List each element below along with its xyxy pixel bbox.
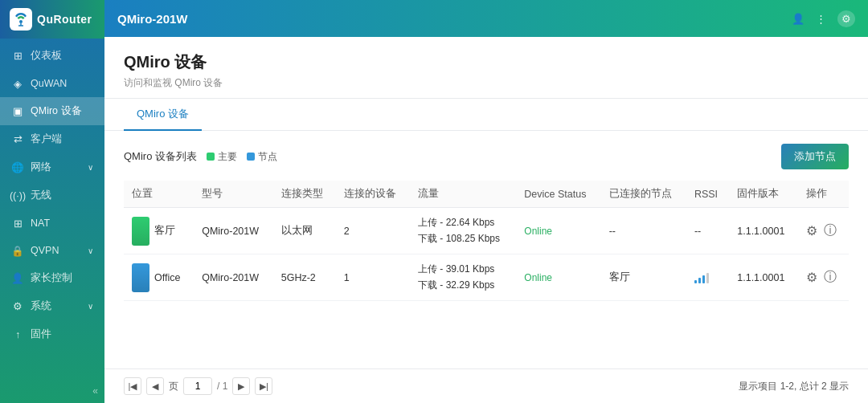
table-title: QMiro 设备列表 — [124, 149, 197, 164]
col-actions: 操作 — [798, 181, 849, 208]
cell-connection: 以太网 — [273, 208, 336, 254]
cell-connected-nodes: 客厅 — [601, 254, 686, 301]
location-text: Office — [154, 272, 180, 283]
add-node-button[interactable]: 添加节点 — [781, 144, 849, 169]
topbar: QMiro-201W 👤 ⋮ ⚙ — [104, 0, 868, 37]
cell-status: Online — [516, 208, 600, 254]
legend-primary-dot — [207, 153, 215, 161]
cell-actions: ⚙ ⓘ — [798, 208, 849, 254]
sidebar-item-quwan[interactable]: ◈ QuWAN — [0, 70, 104, 97]
cell-model: QMiro-201W — [194, 208, 273, 254]
legend-secondary-label: 节点 — [258, 150, 277, 164]
col-firmware: 固件版本 — [729, 181, 798, 208]
devices-table: 位置 型号 连接类型 连接的设备 流量 Device Status 已连接的节点… — [124, 181, 849, 301]
page-number-input[interactable] — [183, 377, 212, 395]
last-page-button[interactable]: ▶| — [255, 377, 272, 395]
device-cell: 客厅 — [132, 217, 186, 246]
info-action-icon[interactable]: ⓘ — [824, 269, 837, 286]
sidebar-item-network[interactable]: 🌐 网络 ∨ — [0, 153, 104, 181]
chevron-down-icon: ∨ — [88, 246, 93, 255]
qvpn-icon: 🔒 — [11, 244, 24, 257]
signal-bar-2 — [698, 278, 701, 283]
main-content: QMiro-201W 👤 ⋮ ⚙ QMiro 设备 访问和监视 QMiro 设备… — [104, 0, 868, 403]
next-page-button[interactable]: ▶ — [232, 377, 250, 395]
table-row: 客厅 QMiro-201W 以太网 2 上传 - 22.64 Kbps 下载 -… — [124, 208, 849, 254]
sidebar-item-label: QuWAN — [31, 78, 67, 89]
parental-icon: 👤 — [11, 272, 24, 285]
col-location: 位置 — [124, 181, 194, 208]
info-action-icon[interactable]: ⓘ — [824, 222, 837, 239]
cell-rssi: -- — [686, 208, 729, 254]
sidebar: QuRouter ⊞ 仪表板 ◈ QuWAN ▣ QMiro 设备 ⇄ 客户端 … — [0, 0, 104, 403]
page-content: QMiro 设备 访问和监视 QMiro 设备 QMiro 设备 QMiro 设… — [104, 37, 868, 403]
sidebar-nav: ⊞ 仪表板 ◈ QuWAN ▣ QMiro 设备 ⇄ 客户端 🌐 网络 ∨ ((… — [0, 39, 104, 379]
sidebar-item-dashboard[interactable]: ⊞ 仪表板 — [0, 42, 104, 70]
page-inner: QMiro 设备 访问和监视 QMiro 设备 QMiro 设备 QMiro 设… — [104, 37, 868, 403]
cell-location: 客厅 — [124, 208, 194, 254]
legend-primary-label: 主要 — [218, 150, 237, 164]
svg-point-0 — [19, 20, 23, 23]
topbar-title: QMiro-201W — [117, 12, 188, 26]
signal-bar-3 — [702, 275, 705, 283]
user-icon[interactable]: 👤 — [792, 13, 805, 25]
table-toolbar: QMiro 设备列表 主要 节点 添加节点 — [124, 144, 849, 169]
sidebar-item-system[interactable]: ⚙ 系统 ∨ — [0, 292, 104, 320]
sidebar-item-label: 无线 — [31, 189, 51, 202]
col-traffic: 流量 — [410, 181, 516, 208]
sidebar-item-label: 网络 — [31, 161, 51, 174]
settings-icon[interactable]: ⚙ — [837, 10, 855, 27]
prev-page-button[interactable]: ◀ — [146, 377, 164, 395]
sidebar-item-parental[interactable]: 👤 家长控制 — [0, 264, 104, 292]
col-rssi: RSSI — [686, 181, 729, 208]
logo-icon — [10, 8, 32, 31]
sidebar-item-qvpn[interactable]: 🔒 QVPN ∨ — [0, 237, 104, 264]
sidebar-item-client[interactable]: ⇄ 客户端 — [0, 125, 104, 153]
legend-secondary: 节点 — [247, 150, 277, 164]
tab-qmiro-devices[interactable]: QMiro 设备 — [124, 99, 202, 131]
col-device-status: Device Status — [516, 181, 600, 208]
firmware-icon: ↑ — [11, 328, 24, 341]
sidebar-item-label: 仪表板 — [31, 49, 62, 63]
page-title: QMiro 设备 — [124, 51, 849, 73]
cell-location: Office — [124, 254, 194, 301]
pagination-summary: 显示项目 1-2, 总计 2 显示 — [739, 380, 849, 393]
chevron-down-icon: ∨ — [88, 163, 93, 172]
cell-rssi — [686, 254, 729, 301]
sidebar-item-wireless[interactable]: ((·)) 无线 — [0, 181, 104, 210]
sidebar-item-firmware[interactable]: ↑ 固件 — [0, 320, 104, 348]
cell-traffic: 上传 - 39.01 Kbps 下载 - 32.29 Kbps — [410, 254, 516, 301]
cell-connection: 5GHz-2 — [273, 254, 336, 301]
page-tabs: QMiro 设备 — [104, 99, 868, 131]
status-badge: Online — [524, 272, 552, 283]
sidebar-header: QuRouter — [0, 0, 104, 39]
dashboard-icon: ⊞ — [11, 50, 24, 63]
settings-action-icon[interactable]: ⚙ — [806, 270, 817, 285]
sidebar-item-label: 客户端 — [31, 132, 62, 146]
download-text: 下载 - 32.29 Kbps — [418, 279, 508, 292]
sidebar-item-label: 系统 — [31, 299, 51, 313]
device-icon-green — [132, 217, 149, 246]
cell-connected-devices: 2 — [336, 208, 410, 254]
sidebar-collapse-button[interactable]: « — [0, 379, 104, 403]
col-connected-nodes: 已连接的节点 — [601, 181, 686, 208]
toolbar-left: QMiro 设备列表 主要 节点 — [124, 149, 277, 164]
settings-action-icon[interactable]: ⚙ — [806, 223, 817, 238]
first-page-button[interactable]: |◀ — [124, 377, 141, 395]
page-title-section: QMiro 设备 访问和监视 QMiro 设备 — [104, 37, 868, 99]
upload-text: 上传 - 22.64 Kbps — [418, 216, 508, 230]
sidebar-item-nat[interactable]: ⊞ NAT — [0, 210, 104, 237]
col-connection-type: 连接类型 — [273, 181, 336, 208]
page-label: 页 — [169, 380, 178, 393]
system-icon: ⚙ — [11, 300, 24, 313]
sidebar-item-label: QMiro 设备 — [31, 104, 82, 118]
sidebar-brand: QuRouter — [37, 13, 92, 26]
more-icon[interactable]: ⋮ — [816, 13, 826, 25]
nat-icon: ⊞ — [11, 217, 24, 230]
sidebar-item-label: QVPN — [31, 245, 59, 256]
col-connected-devices: 连接的设备 — [336, 181, 410, 208]
quwan-icon: ◈ — [11, 77, 24, 90]
page-subtitle: 访问和监视 QMiro 设备 — [124, 76, 849, 90]
cell-firmware: 1.1.1.0001 — [729, 254, 798, 301]
sidebar-item-qmiro[interactable]: ▣ QMiro 设备 — [0, 97, 104, 125]
col-model: 型号 — [194, 181, 273, 208]
